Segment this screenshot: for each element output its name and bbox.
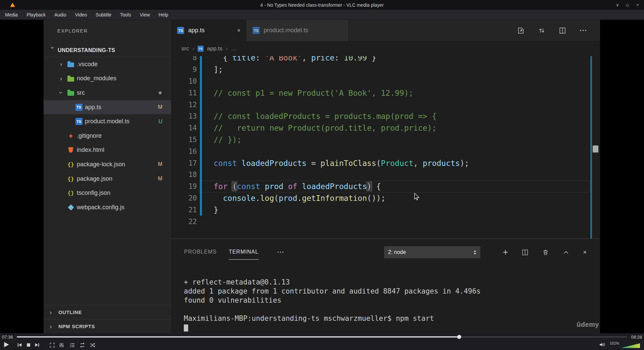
- menu-item-subtitle[interactable]: Subtitle: [91, 12, 116, 17]
- code-line-19[interactable]: 19for (const prod of loadedProducts) {: [171, 181, 600, 192]
- bottom-panel: PROBLEMS TERMINAL ··· 2: node +: [171, 238, 600, 333]
- explorer-sidebar: EXPLORER › UNDERSTANDING-TS ›.vscode›nod…: [44, 20, 171, 333]
- tab-problems[interactable]: PROBLEMS: [184, 249, 217, 260]
- maximize-panel-button[interactable]: [562, 249, 570, 256]
- volume-slider[interactable]: [621, 343, 640, 348]
- open-changes-icon[interactable]: [517, 27, 525, 34]
- code-line-20[interactable]: 20 console.log(prod.getInformation());: [171, 192, 600, 204]
- code-line-14[interactable]: 14// return new Product(prod.title, prod…: [171, 122, 600, 134]
- code-line-16[interactable]: 16: [171, 145, 600, 157]
- code-text: const loadedProducts = plainToClass(Prod…: [214, 159, 469, 168]
- close-button[interactable]: ×: [635, 2, 641, 7]
- explorer-title: EXPLORER: [57, 28, 88, 34]
- workspace-header[interactable]: › UNDERSTANDING-TS: [44, 44, 171, 57]
- new-terminal-button[interactable]: +: [503, 249, 508, 256]
- maximize-button[interactable]: ◇: [625, 2, 631, 7]
- webpack-icon: [66, 205, 76, 210]
- explorer-item-app.ts[interactable]: TSapp.tsM: [44, 100, 171, 115]
- random-button[interactable]: [90, 342, 95, 348]
- chevron-right-icon: ›: [50, 309, 58, 316]
- explorer-item-node_modules[interactable]: ›node_modules: [44, 72, 171, 86]
- line-number: 14: [171, 124, 197, 132]
- split-editor-icon[interactable]: [559, 27, 566, 34]
- explorer-item-.vscode[interactable]: ›.vscode: [44, 57, 171, 72]
- breadcrumb-item-file[interactable]: app.ts: [207, 45, 222, 52]
- seek-slider[interactable]: [17, 336, 627, 338]
- breadcrumb-separator: ›: [193, 46, 194, 52]
- video-area[interactable]: EXPLORER › UNDERSTANDING-TS ›.vscode›nod…: [0, 20, 644, 333]
- npm-scripts-section[interactable]: › NPM SCRIPTS: [44, 319, 171, 333]
- breadcrumb-item-more[interactable]: …: [231, 45, 237, 52]
- code-editor[interactable]: 8 { title: 'A Book', price: 10.99 }9];10…: [171, 56, 600, 238]
- compare-changes-icon[interactable]: [538, 27, 545, 34]
- menu-item-help[interactable]: Help: [154, 12, 173, 17]
- explorer-item-index.html[interactable]: index.html: [44, 143, 171, 158]
- explorer-item-package-lock.json[interactable]: {}package-lock.jsonM: [44, 157, 171, 172]
- mouse-cursor: [414, 193, 420, 202]
- code-line-17[interactable]: 17const loadedProducts = plainToClass(Pr…: [171, 157, 600, 169]
- code-line-13[interactable]: 13// const loadedProducts = products.map…: [171, 111, 600, 122]
- more-actions-icon[interactable]: ···: [580, 27, 587, 34]
- code-line-11[interactable]: 11// const p1 = new Product('A Book', 12…: [171, 87, 600, 99]
- menu-item-playback[interactable]: Playback: [22, 12, 50, 17]
- git-status-badge: M: [158, 104, 162, 110]
- code-line-9[interactable]: 9];: [171, 64, 600, 76]
- explorer-item-src[interactable]: ›src: [44, 86, 171, 100]
- code-line-22[interactable]: 22: [171, 216, 600, 227]
- close-panel-button[interactable]: ×: [583, 249, 587, 256]
- code-line-15[interactable]: 15// });: [171, 134, 600, 146]
- menu-item-view[interactable]: View: [136, 12, 154, 17]
- code-line-18[interactable]: 18: [171, 169, 600, 181]
- code-line-8[interactable]: 8 { title: 'A Book', price: 10.99 }: [171, 56, 600, 64]
- code-line-12[interactable]: 12: [171, 99, 600, 111]
- more-panel-tabs-icon[interactable]: ···: [277, 249, 284, 260]
- breadcrumb-item-src[interactable]: src: [181, 45, 189, 52]
- explorer-item-.gitignore[interactable]: ◆.gitignore: [44, 129, 171, 143]
- terminal-picker-value: 2: node: [388, 249, 406, 255]
- typescript-icon: TS: [253, 27, 260, 34]
- loop-button[interactable]: [79, 342, 85, 348]
- stop-button[interactable]: [26, 342, 31, 348]
- workspace-name: UNDERSTANDING-TS: [58, 47, 115, 53]
- close-tab-icon[interactable]: ×: [237, 27, 240, 34]
- menu-item-audio[interactable]: Audio: [50, 12, 71, 17]
- tab-app-ts[interactable]: TS app.ts ×: [171, 20, 247, 41]
- playlist-button[interactable]: [69, 342, 75, 348]
- code-line-10[interactable]: 10: [171, 76, 600, 87]
- editor-tabbar: TS app.ts × TS product.model.ts: [171, 20, 600, 41]
- volume-icon[interactable]: [599, 342, 606, 348]
- menu-item-video[interactable]: Video: [71, 12, 92, 17]
- split-terminal-button[interactable]: [522, 249, 529, 256]
- explorer-item-webpack.config.js[interactable]: webpack.config.js: [44, 200, 171, 215]
- outline-section[interactable]: › OUTLINE: [44, 305, 171, 319]
- extended-settings-button[interactable]: [59, 342, 64, 348]
- terminal-output[interactable]: + reflect-metadata@0.1.13added 1 package…: [184, 278, 481, 332]
- minimize-button[interactable]: ∨: [614, 2, 621, 7]
- json-icon: {}: [66, 161, 76, 168]
- terminal-picker[interactable]: 2: node: [384, 246, 480, 258]
- git-status-badge: M: [158, 176, 162, 182]
- line-number: 11: [171, 89, 197, 97]
- code-text: }: [214, 206, 218, 214]
- code-text: // const p1 = new Product('A Book', 12.9…: [214, 89, 413, 97]
- udemy-watermark: ûdemy: [577, 321, 599, 329]
- code-text: for (const prod of loadedProducts) {: [214, 182, 381, 191]
- previous-button[interactable]: [17, 342, 22, 348]
- sidebar-sections: › OUTLINE › NPM SCRIPTS: [44, 305, 171, 333]
- menu-item-tools[interactable]: Tools: [116, 12, 136, 17]
- tab-product-model-ts[interactable]: TS product.model.ts: [247, 20, 348, 41]
- explorer-item-product.model.ts[interactable]: TSproduct.model.tsU: [44, 114, 171, 129]
- kill-terminal-button[interactable]: [542, 249, 549, 256]
- play-button[interactable]: [3, 341, 10, 348]
- tab-terminal[interactable]: TERMINAL: [229, 249, 259, 260]
- explorer-item-tsconfig.json[interactable]: {}tsconfig.json: [44, 186, 171, 200]
- explorer-item-package.json[interactable]: {}package.jsonM: [44, 172, 171, 186]
- terminal-cursor: [184, 324, 188, 332]
- line-number: 8: [171, 56, 197, 62]
- next-button[interactable]: [35, 342, 40, 348]
- fullscreen-button[interactable]: [49, 342, 55, 348]
- menu-item-media[interactable]: Media: [1, 12, 22, 17]
- code-line-21[interactable]: 21}: [171, 204, 600, 216]
- scrollbar-thumb[interactable]: [593, 145, 598, 152]
- line-number: 16: [171, 147, 197, 156]
